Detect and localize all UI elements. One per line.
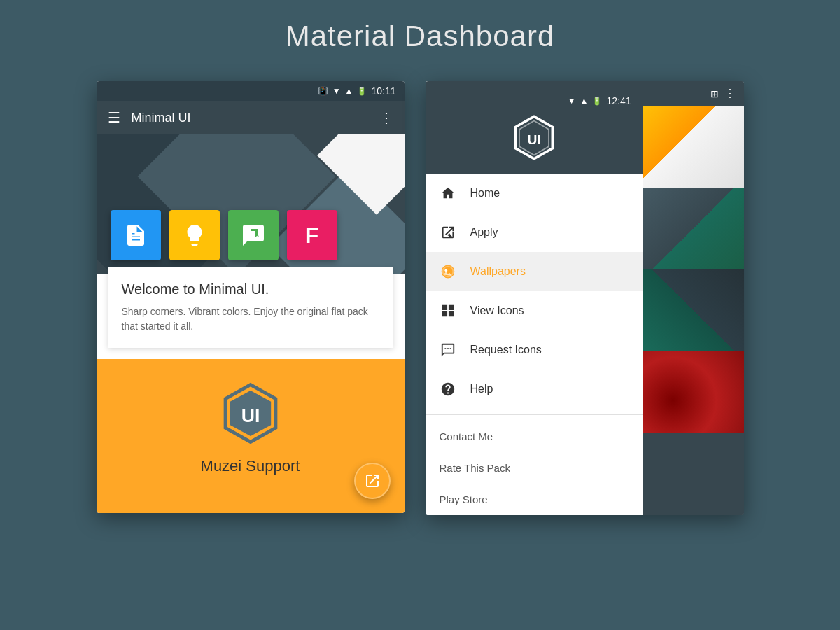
battery-icon: 🔋 [357, 87, 367, 96]
vibrate-icon: 📳 [318, 86, 328, 96]
hex-logo-large: UI [216, 380, 286, 450]
phone-left: 📳 ▼ ▲ 🔋 10:11 ☰ Minimal UI ⋮ [97, 81, 405, 513]
wallpaper-thumb-3[interactable] [643, 270, 744, 351]
left-status-time: 10:11 [371, 85, 396, 97]
svg-text:UI: UI [527, 132, 540, 147]
nav-drawer: ▼ ▲ 🔋 12:41 UI [426, 81, 643, 515]
left-toolbar-title: Minimal UI [132, 111, 368, 125]
phones-container: 📳 ▼ ▲ 🔋 10:11 ☰ Minimal UI ⋮ [0, 74, 840, 515]
drawer-item-rate[interactable]: Rate This Pack [426, 452, 643, 484]
view-icons-icon [440, 302, 456, 319]
page-title: Material Dashboard [0, 0, 840, 74]
drawer-hex-logo: UI [510, 113, 559, 162]
app-icon-chat[interactable] [228, 210, 279, 260]
orange-inner: UI Muzei Support [111, 373, 391, 475]
muzei-section: UI Muzei Support [97, 359, 405, 513]
drawer-divider [426, 414, 643, 415]
right-battery-icon: 🔋 [592, 97, 602, 106]
left-wallpaper-area: F [97, 134, 405, 274]
drawer-help-label: Help [470, 383, 493, 396]
right-status-bar: ▼ ▲ 🔋 12:41 [437, 95, 631, 106]
right-status-time: 12:41 [606, 95, 631, 106]
strip-status-bar: ⊞ ⋮ [643, 81, 744, 106]
drawer-item-view-icons[interactable]: View Icons [426, 291, 643, 330]
right-wifi-icon: ▼ [568, 96, 576, 106]
app-icon-docs[interactable] [111, 210, 161, 260]
drawer-item-wallpapers[interactable]: Wallpapers [426, 252, 643, 291]
svg-text:UI: UI [241, 405, 260, 426]
home-icon [440, 185, 456, 202]
drawer-item-home[interactable]: Home [426, 174, 643, 213]
strip-more-icon[interactable]: ⋮ [722, 85, 738, 102]
drawer-item-help[interactable]: Help [426, 370, 643, 409]
apply-icon [440, 224, 456, 241]
drawer-contact-label: Contact Me [440, 430, 493, 442]
welcome-card: Welcome to Minimal UI. Sharp corners. Vi… [108, 267, 393, 348]
request-icons-icon [440, 342, 456, 358]
drawer-view-icons-label: View Icons [470, 304, 524, 317]
drawer-item-playstore[interactable]: Play Store [426, 484, 643, 515]
left-toolbar: ☰ Minimal UI ⋮ [97, 101, 405, 134]
muzei-title: Muzei Support [201, 457, 300, 475]
app-icon-foursquare[interactable]: F [287, 210, 337, 260]
app-icon-bulb[interactable] [169, 210, 220, 260]
drawer-apply-label: Apply [470, 226, 498, 239]
left-status-bar: 📳 ▼ ▲ 🔋 10:11 [97, 81, 405, 101]
drawer-menu: Home Apply Wallpapers [426, 174, 643, 515]
drawer-rate-label: Rate This Pack [440, 462, 510, 474]
welcome-description: Sharp corners. Vibrant colors. Enjoy the… [122, 304, 379, 334]
wallpaper-thumb-5[interactable] [643, 433, 744, 515]
phone-right: ▼ ▲ 🔋 12:41 UI [426, 81, 744, 515]
signal-icon: ▲ [345, 86, 354, 96]
hamburger-icon[interactable]: ☰ [108, 109, 120, 126]
drawer-request-icons-label: Request Icons [470, 344, 542, 356]
drawer-header: ▼ ▲ 🔋 12:41 UI [426, 81, 643, 174]
muzei-fab-button[interactable] [354, 463, 391, 499]
svg-point-8 [444, 269, 447, 272]
wallpapers-icon [440, 263, 456, 280]
app-icons-row: F [111, 210, 337, 260]
drawer-item-contact[interactable]: Contact Me [426, 421, 643, 452]
right-signal-icon: ▲ [580, 96, 589, 106]
welcome-title: Welcome to Minimal UI. [122, 281, 379, 298]
drawer-item-apply[interactable]: Apply [426, 213, 643, 252]
drawer-home-label: Home [470, 187, 500, 200]
more-options-icon[interactable]: ⋮ [379, 109, 393, 126]
strip-squares-icon: ⊞ [710, 88, 719, 99]
wallpaper-thumb-4[interactable] [643, 351, 744, 433]
wallpaper-strip: ⊞ ⋮ [643, 81, 744, 515]
drawer-playstore-label: Play Store [440, 493, 488, 505]
drawer-wallpapers-label: Wallpapers [470, 265, 526, 278]
wallpaper-thumb-1[interactable] [643, 106, 744, 188]
drawer-item-request-icons[interactable]: Request Icons [426, 330, 643, 370]
wifi-icon: ▼ [332, 86, 341, 96]
wallpaper-thumb-2[interactable] [643, 188, 744, 270]
help-icon [440, 381, 456, 398]
